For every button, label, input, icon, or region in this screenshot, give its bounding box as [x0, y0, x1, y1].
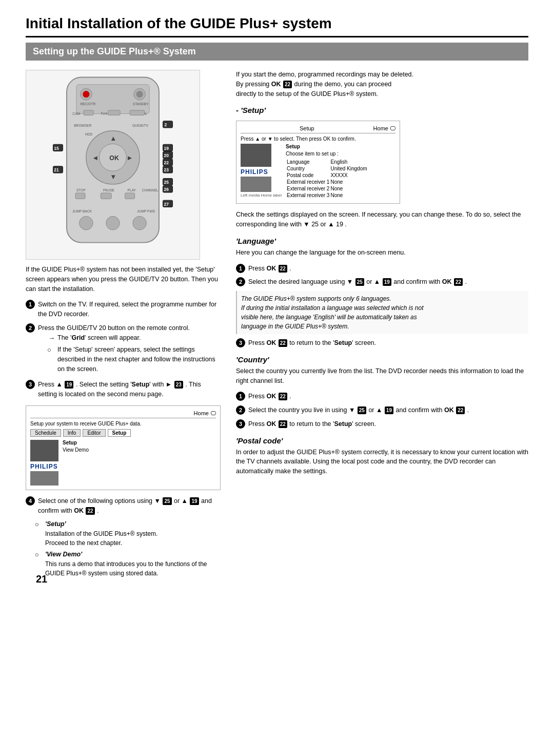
- screen-1-header-right: Home 🖵: [373, 125, 395, 131]
- screen-1-device: [241, 177, 271, 192]
- table-row: Postal codeXXXXX: [287, 172, 367, 178]
- svg-text:19: 19: [164, 146, 169, 151]
- svg-text:OK: OK: [109, 154, 119, 162]
- option-setup-title: 'Setup': [45, 519, 157, 529]
- svg-text:20: 20: [164, 153, 169, 158]
- step-2-arrow-text: The 'Grid' screen will appear.: [57, 333, 141, 343]
- step-3-text: Press ▲ 19 . Select the setting 'Setup' …: [38, 380, 221, 399]
- svg-text:PAUSE: PAUSE: [103, 188, 115, 192]
- svg-text:▼: ▼: [110, 173, 116, 181]
- italic-note-line3: visible here, the language 'English' wil…: [241, 314, 417, 321]
- row-val-lang: English: [330, 159, 367, 165]
- row-val-ext2: None: [330, 186, 367, 191]
- svg-text:▲: ▲: [110, 134, 116, 142]
- option-demo: ○ 'View Demo' This runs a demo that intr…: [35, 550, 221, 578]
- tab-schedule: Schedule: [30, 429, 61, 437]
- svg-text:◄: ◄: [92, 154, 98, 162]
- screen-1-header-center: Setup: [300, 125, 314, 131]
- screen-1-instruction: Press ▲ or ▼ to select. Then press OK to…: [241, 136, 395, 142]
- option-setup-content: 'Setup' Installation of the GUIDE Plus+®…: [45, 519, 157, 548]
- svg-point-33: [80, 216, 93, 230]
- svg-rect-29: [101, 193, 111, 199]
- screen-1-setup-label: Setup: [286, 144, 368, 149]
- svg-text:HDD: HDD: [85, 132, 93, 136]
- country-title: 'Country': [236, 355, 528, 364]
- svg-text:22: 22: [164, 160, 169, 165]
- svg-rect-28: [75, 193, 85, 199]
- language-italic-note: The GUIDE Plus+® system supports only 6 …: [236, 291, 528, 334]
- step-2-sub: ○ If the 'Setup' screen' appears, select…: [47, 345, 221, 374]
- row-label-country: Country: [287, 166, 329, 171]
- screen-2-box: Home 🖵 Setup your system to receive GUID…: [26, 405, 221, 490]
- row-val-country: United Kingdom: [330, 166, 367, 171]
- right-intro-line1: If you start the demo, programmed record…: [236, 71, 413, 78]
- table-row: CountryUnited Kingdom: [287, 166, 367, 171]
- page: Initial Installation of the GUIDE Plus+ …: [0, 0, 554, 756]
- right-intro-line2: By pressing OK 22 during the demo, you c…: [236, 81, 391, 88]
- check-settings-text: Check the settings displayed on the scre…: [236, 210, 528, 229]
- screen-2-header-right: Home 🖵: [194, 410, 216, 416]
- screen-1-left: PHILIPS Left media Home label: [241, 144, 282, 199]
- italic-note-line1: The GUIDE Plus+® system supports only 6 …: [241, 295, 391, 302]
- language-section: 'Language' Here you can change the langu…: [236, 237, 528, 348]
- right-column: If you start the demo, programmed record…: [236, 70, 528, 580]
- screen-2-viewdemo-item: View Demo: [63, 447, 89, 453]
- tab-info: Info: [63, 429, 81, 437]
- svg-text:26: 26: [164, 187, 169, 192]
- svg-rect-13: [130, 110, 144, 115]
- language-intro: Here you can change the language for the…: [236, 248, 528, 258]
- arrow-symbol: →: [48, 333, 55, 343]
- step-3: 3 Press ▲ 19 . Select the setting 'Setup…: [26, 380, 221, 399]
- screen-2-setup-text: Setup your system to receive GUIDE Plus+…: [30, 421, 216, 427]
- screen-2-thumb-area: PHILIPS: [30, 440, 58, 486]
- step-2: 2 Press the GUIDE/TV 20 button on the re…: [26, 323, 221, 376]
- page-number: 21: [36, 573, 47, 585]
- country-step-3: 3 Press OK 22 to return to the 'Setup' s…: [236, 419, 528, 429]
- country-section: 'Country' Select the country you current…: [236, 355, 528, 429]
- svg-point-34: [106, 216, 120, 230]
- svg-text:CHANNEL: CHANNEL: [142, 188, 159, 192]
- screen-1-body: PHILIPS Left media Home label Setup Choo…: [241, 144, 395, 199]
- italic-note-line2: If during the initial installation a lan…: [241, 304, 424, 312]
- row-label-ext2: External receiver 2: [287, 186, 329, 191]
- language-title: 'Language': [236, 237, 528, 245]
- section-header: Setting up the GUIDE Plus+® System: [26, 43, 528, 61]
- option-demo-title: 'View Demo': [45, 550, 221, 559]
- screen-1-right: Setup Choose item to set up : LanguageEn…: [286, 144, 368, 199]
- step-1-text: Switch on the TV. If required, select th…: [38, 300, 221, 319]
- country-step-2: 2 Select the country you live in using ▼…: [236, 405, 528, 415]
- lang-step-1-num: 1: [236, 264, 245, 273]
- screen-1-thumb: [241, 144, 271, 167]
- lang-step-3-num: 3: [236, 338, 245, 347]
- screen-1-table: LanguageEnglish CountryUnited Kingdom Po…: [286, 158, 368, 199]
- option-setup: ○ 'Setup' Installation of the GUIDE Plus…: [35, 519, 221, 548]
- screen-2-body: PHILIPS Setup View Demo: [30, 440, 216, 486]
- italic-note-line4: language in the GUIDE Plus+® system.: [241, 323, 349, 330]
- page-title: Initial Installation of the GUIDE Plus+ …: [26, 15, 528, 37]
- svg-text:25: 25: [164, 180, 169, 185]
- screen-2-thumb: [30, 440, 58, 461]
- screen-1-header: Setup Home 🖵: [241, 125, 395, 133]
- svg-text:JUMP FWD: JUMP FWD: [137, 209, 155, 213]
- screen-2-menu-items: Setup View Demo: [63, 440, 89, 486]
- row-label-lang: Language: [287, 159, 329, 165]
- svg-point-3: [83, 91, 89, 98]
- svg-text:27: 27: [164, 202, 169, 207]
- svg-text:GUIDE/TV: GUIDE/TV: [132, 124, 149, 127]
- step-2-sub-text: If the 'Setup' screen' appears, select t…: [57, 345, 221, 374]
- bullet-o-1: ○: [47, 345, 54, 374]
- svg-rect-12: [108, 110, 121, 115]
- svg-point-35: [133, 216, 147, 230]
- right-intro-text: If you start the demo, programmed record…: [236, 70, 528, 99]
- country-step-1: 1 Press OK 22 .: [236, 392, 528, 401]
- lang-step-3-text: Press OK 22 to return to the 'Setup' scr…: [248, 338, 528, 348]
- svg-rect-11: [84, 110, 93, 115]
- lang-step-3: 3 Press OK 22 to return to the 'Setup' s…: [236, 338, 528, 348]
- svg-rect-30: [125, 193, 135, 199]
- step-2-num: 2: [26, 323, 35, 333]
- row-val-ext3: None: [330, 192, 367, 198]
- row-label-postal: Postal code: [287, 172, 329, 178]
- svg-text:REC/OTR: REC/OTR: [81, 102, 96, 106]
- row-val-ext1: None: [330, 179, 367, 185]
- step-4: 4 Select one of the following options us…: [26, 496, 221, 516]
